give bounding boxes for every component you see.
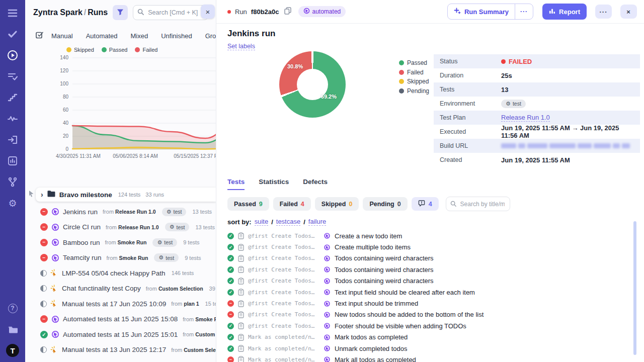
comments-filter-pill[interactable]: 4: [412, 197, 439, 211]
test-row[interactable]: @first Create Todos… New todos should be…: [227, 309, 644, 320]
close-detail-button[interactable]: ×: [620, 5, 637, 19]
test-suite-name[interactable]: @first Create Todos…: [248, 244, 319, 250]
test-row[interactable]: Mark as completed/n… Unmark completed to…: [227, 343, 644, 354]
chevron-right-icon[interactable]: ›: [41, 191, 43, 198]
sidebar-item-help[interactable]: ?: [6, 302, 19, 315]
sidebar-item-tests[interactable]: [6, 28, 19, 41]
run-name[interactable]: Circle CI run: [63, 223, 101, 231]
run-name[interactable]: Manual tests at 13 Jun 2025 12:17: [62, 346, 166, 353]
test-title[interactable]: Create multiple todo items: [335, 243, 411, 251]
donut-legend-item[interactable]: Skipped: [399, 78, 429, 85]
test-suite-name[interactable]: Mark as completed/n…: [248, 345, 319, 352]
run-from-plan[interactable]: Release Run 1.0: [115, 209, 156, 215]
run-from-plan[interactable]: Custom Selection: [158, 286, 203, 292]
detail-tab[interactable]: Defects: [303, 178, 328, 190]
sidebar-item-analytics[interactable]: [6, 154, 19, 167]
run-from-plan[interactable]: Custom Selection: [184, 347, 216, 353]
test-suite-name[interactable]: Mark as completed/n…: [248, 334, 319, 340]
run-type-tab[interactable]: Manual: [45, 32, 79, 40]
donut-legend-item[interactable]: Pending: [399, 87, 429, 95]
status-filter-pill[interactable]: Pending 0: [363, 197, 407, 211]
detail-tab[interactable]: Tests: [227, 178, 245, 190]
run-type-tab[interactable]: Automated: [79, 32, 124, 40]
milestone-row[interactable]: › Bravo milestone 124 tests 33 runs: [25, 188, 216, 202]
menu-button[interactable]: [6, 7, 19, 20]
run-name[interactable]: Automated tests at 15 Jun 2025 15:08: [63, 315, 178, 323]
run-row[interactable]: Teamcity run from Smoke Run ⚙ test 9 tes…: [25, 250, 216, 266]
test-title[interactable]: Text input should be trimmed: [335, 300, 418, 307]
test-row[interactable]: Mark as completed/n… Mark all todos as c…: [227, 354, 644, 362]
test-row[interactable]: @first Create Todos… Text input should b…: [227, 298, 644, 309]
run-from-plan[interactable]: Smoke Run: [119, 255, 148, 261]
more-actions-button[interactable]: ···: [595, 5, 612, 19]
test-title[interactable]: Todos containing weird characters: [335, 254, 434, 262]
run-name[interactable]: Chat functinality test Copy: [62, 285, 141, 292]
run-row[interactable]: Automated tests at 15 Jun 2025 15:01 fro…: [25, 327, 216, 342]
test-suite-name[interactable]: @first Create Todos…: [248, 311, 319, 318]
test-title[interactable]: Create a new todo item: [335, 232, 402, 240]
run-row[interactable]: Jenkins run from Release Run 1.0 ⚙ test …: [25, 204, 216, 220]
status-filter-pill[interactable]: Skipped 0: [315, 197, 359, 211]
run-name[interactable]: Jenkins run: [63, 208, 98, 216]
test-row[interactable]: @first Create Todos… Text input field sh…: [227, 287, 644, 298]
sort-link[interactable]: failure: [308, 218, 326, 226]
automated-badge[interactable]: automated: [298, 6, 346, 17]
milestone-name[interactable]: Bravo milestone: [59, 191, 112, 199]
run-row[interactable]: Chat functinality test Copy from Custom …: [25, 281, 216, 297]
test-title[interactable]: Mark todos as completed: [335, 333, 408, 341]
run-row[interactable]: Manual tests at 17 Jun 2025 10:09 from p…: [25, 296, 216, 312]
run-type-tab[interactable]: Unfinished: [154, 32, 198, 40]
run-from-plan[interactable]: Custom Selection: [195, 331, 216, 337]
test-row[interactable]: @first Create Todos… Todos containing we…: [227, 253, 644, 264]
sort-link[interactable]: suite: [255, 218, 268, 226]
run-name[interactable]: Automated tests at 15 Jun 2025 15:01: [63, 331, 178, 338]
sidebar-item-pulse[interactable]: [6, 112, 19, 125]
run-name[interactable]: Manual tests at 17 Jun 2025 10:09: [62, 300, 166, 308]
test-title[interactable]: Footer should be visible when adding TOD…: [335, 322, 466, 330]
test-title[interactable]: Todos containing weird characters: [335, 277, 434, 285]
status-filter-pill[interactable]: Passed 9: [227, 197, 269, 211]
test-plan-link[interactable]: Release Run 1.0: [501, 114, 550, 122]
test-title[interactable]: Todos containing weird characters: [335, 266, 434, 274]
test-title[interactable]: Mark all todos as completed: [335, 356, 416, 362]
sidebar-item-runs[interactable]: [6, 49, 19, 62]
scrollbar-thumb[interactable]: [633, 221, 636, 355]
sidebar-item-settings[interactable]: ⚙: [6, 197, 19, 210]
test-title[interactable]: Unmark completed todos: [335, 345, 408, 352]
app-logo[interactable]: T: [6, 344, 19, 357]
close-panel-button[interactable]: ×: [201, 5, 215, 19]
run-from-plan[interactable]: Smoke Run: [118, 239, 147, 245]
test-row[interactable]: @first Create Todos… Create a new todo i…: [227, 230, 644, 241]
test-row[interactable]: @first Create Todos… Footer should be vi…: [227, 320, 644, 331]
test-title[interactable]: New todos should be added to the bottom …: [335, 311, 484, 318]
test-title[interactable]: Text input field should be cleared after…: [335, 289, 475, 296]
run-row[interactable]: Automated tests at 15 Jun 2025 15:08 fro…: [25, 312, 216, 327]
test-suite-name[interactable]: Mark as completed/n…: [248, 356, 319, 362]
run-row[interactable]: LMP-554 05/04 check Happy Path from ⚙ 14…: [25, 265, 216, 281]
run-type-tab[interactable]: Groups: [199, 32, 216, 40]
test-row[interactable]: Mark as completed/n… Mark todos as compl…: [227, 332, 644, 343]
run-from-plan[interactable]: plan 1: [184, 301, 199, 307]
run-type-tab[interactable]: Mixed: [124, 32, 155, 40]
run-name[interactable]: LMP-554 05/04 check Happy Path: [62, 269, 166, 277]
filter-button[interactable]: [113, 5, 128, 20]
runs-search-input[interactable]: [147, 9, 204, 17]
test-suite-name[interactable]: @first Create Todos…: [248, 266, 319, 273]
milestone-card[interactable]: › Bravo milestone 124 tests 33 runs: [36, 188, 216, 202]
set-labels-link[interactable]: Set labels: [227, 43, 255, 50]
test-row[interactable]: @first Create Todos… Todos containing we…: [227, 264, 644, 275]
copy-run-id-button[interactable]: [283, 6, 292, 17]
select-runs-icon[interactable]: [35, 31, 44, 41]
detail-tab[interactable]: Statistics: [259, 178, 289, 190]
test-suite-name[interactable]: @first Create Todos…: [248, 255, 319, 261]
test-suite-name[interactable]: @first Create Todos…: [248, 323, 319, 329]
run-summary-more-button[interactable]: ···: [515, 4, 533, 19]
sidebar-item-milestones[interactable]: [6, 91, 19, 104]
sidebar-item-projects[interactable]: [6, 323, 19, 336]
test-suite-name[interactable]: @first Create Todos…: [248, 233, 319, 239]
chart-legend-item[interactable]: Skipped: [66, 47, 94, 53]
tests-search-input[interactable]: [459, 200, 506, 208]
sidebar-item-branches[interactable]: [6, 175, 19, 189]
donut-legend-item[interactable]: Passed: [399, 59, 429, 66]
donut-legend-item[interactable]: Failed: [399, 69, 429, 76]
